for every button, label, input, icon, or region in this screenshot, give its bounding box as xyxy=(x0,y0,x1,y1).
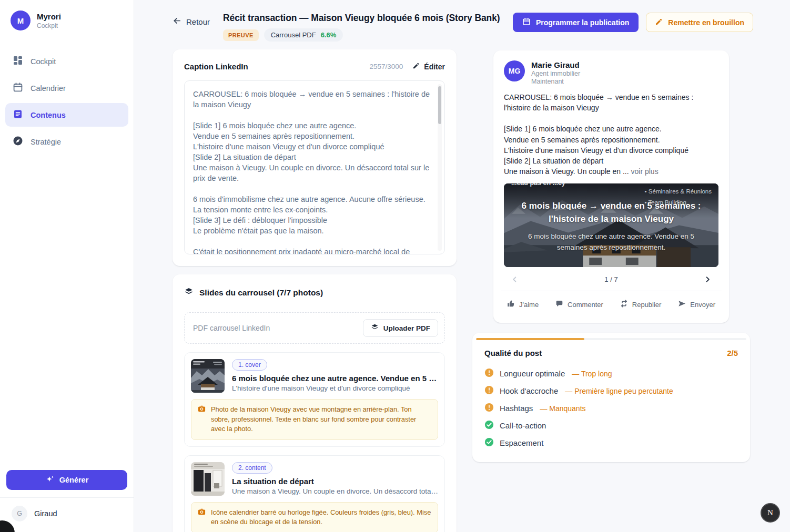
sidebar-nav: Cockpit Calendrier Contenus Stratégie xyxy=(0,43,134,160)
slide-badge: 1. cover xyxy=(232,359,267,371)
slide-subtitle: Une maison à Vieugy. Un couple en divorc… xyxy=(232,487,438,495)
sidebar-item-strategie[interactable]: Stratégie xyxy=(5,130,128,154)
app-root: M Myrori Cockpit Cockpit Calendrier Cont… xyxy=(0,0,790,532)
brand-subtitle: Cockpit xyxy=(37,22,61,29)
brand-name: Myrori xyxy=(37,12,61,21)
quality-item: Hook d'accroche — Première ligne peu per… xyxy=(484,382,738,400)
warning-icon xyxy=(484,385,494,396)
right-column: MG Marie Giraud Agent immobilier Mainten… xyxy=(472,49,750,462)
post-text-body: CARROUSEL: 6 mois bloquée → vendue en 5 … xyxy=(504,93,695,176)
slide-thumbnail-content xyxy=(191,462,225,496)
comment-button[interactable]: Commenter xyxy=(555,300,603,309)
generate-label: Générer xyxy=(59,476,89,484)
draft-label: Remettre en brouillon xyxy=(668,18,744,27)
repost-button[interactable]: Republier xyxy=(620,300,662,309)
page-header: Retour Récit transaction — Maison Vieugy… xyxy=(134,0,790,42)
layers-icon xyxy=(371,323,379,333)
header-actions: Programmer la publication Remettre en br… xyxy=(513,13,753,32)
generate-button[interactable]: Générer xyxy=(6,470,127,490)
sidebar-item-calendrier[interactable]: Calendrier xyxy=(5,76,128,100)
image-cropped-text: ...eau pas en ...cy xyxy=(511,183,565,187)
quality-item-label: Espacement xyxy=(500,438,543,447)
caption-textarea[interactable]: CARROUSEL: 6 mois bloquée → vendue en 5 … xyxy=(184,80,445,254)
pdf-upload-zone[interactable]: PDF carrousel LinkedIn Uploader PDF xyxy=(184,312,445,344)
post-time: Maintenant xyxy=(531,78,580,85)
repost-icon xyxy=(620,300,628,309)
sidebar: M Myrori Cockpit Cockpit Calendrier Cont… xyxy=(0,0,134,532)
back-to-draft-button[interactable]: Remettre en brouillon xyxy=(646,13,753,32)
rate-value: 6.6% xyxy=(321,31,337,39)
scrollbar-thumb[interactable] xyxy=(438,86,441,124)
quality-item-label: Hashtags xyxy=(500,404,533,413)
slide-thumbnail-cover xyxy=(191,359,225,393)
compass-icon xyxy=(13,136,23,148)
author-role: Agent immobilier xyxy=(531,70,580,77)
action-label: Commenter xyxy=(568,301,603,309)
calendar-icon xyxy=(522,17,531,27)
quality-progress-fill xyxy=(476,338,584,340)
slide-note-text: Icône calendrier barré ou horloge figée.… xyxy=(211,508,431,527)
char-count: 2557/3000 xyxy=(369,63,403,70)
proof-badge: PREUVE xyxy=(223,29,259,41)
action-label: Republier xyxy=(632,301,662,309)
quality-item: Hashtags — Manquants xyxy=(484,400,738,417)
camera-icon xyxy=(198,405,206,415)
slide-note-text: Photo de la maison Vieugy avec vue monta… xyxy=(211,405,431,434)
back-button[interactable]: Retour xyxy=(173,16,210,27)
user-name: Giraud xyxy=(34,509,57,518)
linkedin-preview-card: MG Marie Giraud Agent immobilier Mainten… xyxy=(493,50,729,323)
post-quality-card: Qualité du post 2/5 Longueur optimale — … xyxy=(472,333,750,462)
sidebar-item-cockpit[interactable]: Cockpit xyxy=(5,49,128,73)
main-area: Retour Récit transaction — Maison Vieugy… xyxy=(134,0,790,532)
caption-card-title: Caption LinkedIn xyxy=(184,62,248,71)
quality-item-label: Longueur optimale xyxy=(500,369,565,378)
quality-item: Call-to-action xyxy=(484,417,738,434)
schedule-publication-button[interactable]: Programmer la publication xyxy=(513,13,639,32)
send-button[interactable]: Envoyer xyxy=(678,300,715,309)
schedule-label: Programmer la publication xyxy=(536,18,629,27)
upload-pdf-button[interactable]: Uploader PDF xyxy=(363,319,438,337)
quality-item-label: Call-to-action xyxy=(500,421,546,430)
carousel-slide-image: ...eau pas en ...cy • Séminaires & Réuni… xyxy=(504,183,718,267)
carousel-pager: 1 / 7 xyxy=(504,267,718,291)
quality-item: Espacement xyxy=(484,434,738,452)
document-icon xyxy=(13,109,23,121)
slide-item-content[interactable]: 2. content La situation de départ Une ma… xyxy=(184,455,445,532)
sidebar-item-contenus[interactable]: Contenus xyxy=(5,103,128,127)
sidebar-item-label: Calendrier xyxy=(31,84,66,93)
thumbs-up-icon xyxy=(507,300,515,309)
slides-card: Slides du carrousel (7/7 photos) PDF car… xyxy=(173,274,457,532)
comment-icon xyxy=(555,300,563,309)
slide-item-cover[interactable]: 1. cover 6 mois bloquée chez une autre a… xyxy=(184,352,445,447)
quality-item: Longueur optimale — Trop long xyxy=(484,365,738,382)
image-subline: 6 mois bloquée chez une autre agence. Ve… xyxy=(521,231,702,253)
slide-photo-note: Photo de la maison Vieugy avec vue monta… xyxy=(191,399,438,440)
see-more-link[interactable]: voir plus xyxy=(631,167,659,176)
next-slide-button[interactable] xyxy=(703,275,712,284)
image-bullet: • Séminaires & Réunions xyxy=(645,186,712,197)
check-icon xyxy=(484,437,494,448)
quality-title: Qualité du post xyxy=(484,349,542,357)
image-headline: 6 mois bloquée → vendue en 5 semaines : … xyxy=(519,200,704,226)
user-row[interactable]: G Giraud xyxy=(0,497,134,532)
sparkles-icon xyxy=(45,475,55,486)
prev-slide-button[interactable] xyxy=(510,275,519,284)
n-floating-button[interactable]: N xyxy=(761,503,780,523)
grid-icon xyxy=(13,55,23,67)
quality-item-label: Hook d'accroche xyxy=(500,386,558,395)
like-button[interactable]: J'aime xyxy=(507,300,539,309)
slide-title: 6 mois bloquée chez une autre agence. Ve… xyxy=(232,374,438,383)
edit-caption-button[interactable]: Éditer xyxy=(412,62,445,71)
check-icon xyxy=(484,420,494,431)
send-icon xyxy=(678,300,686,309)
page-title: Récit transaction — Maison Vieugy bloqué… xyxy=(223,13,500,24)
quality-score: 2/5 xyxy=(727,349,738,357)
slide-badge: 2. content xyxy=(232,462,272,474)
brand: M Myrori Cockpit xyxy=(0,0,134,43)
quality-item-detail: — Première ligne peu percutante xyxy=(565,387,673,395)
sidebar-item-label: Stratégie xyxy=(31,138,61,146)
caption-scrollbar[interactable] xyxy=(438,84,442,251)
slide-photo-note: Icône calendrier barré ou horloge figée.… xyxy=(191,502,438,532)
left-column: Caption LinkedIn 2557/3000 Éditer CARROU… xyxy=(173,49,457,532)
pencil-icon xyxy=(655,18,663,27)
